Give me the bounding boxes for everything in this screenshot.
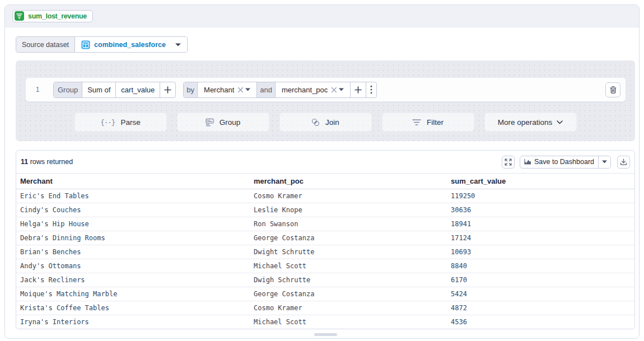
trash-icon bbox=[609, 86, 617, 94]
cell-merchant: Jack's Recliners bbox=[16, 273, 250, 287]
cell-merchant: Debra's Dinning Rooms bbox=[16, 231, 250, 245]
group-column-2-value: merchant_poc bbox=[282, 86, 328, 94]
add-group-column-button[interactable] bbox=[350, 82, 366, 97]
rows-returned-text: 11 rows returned bbox=[21, 158, 73, 166]
cell-merchant-poc: George Costanza bbox=[250, 231, 447, 245]
table-row: Brian's Benches Dwight Schrutte 10693 bbox=[16, 245, 634, 259]
more-operations-label: More operations bbox=[498, 118, 553, 127]
cell-merchant-poc: Leslie Knope bbox=[250, 203, 447, 217]
transform-panel: 1 Group Sum of cart_value by Merchant bbox=[16, 60, 635, 141]
results-header-bar: 11 rows returned bbox=[16, 151, 634, 174]
cell-merchant-poc: Dwigh Schrutte bbox=[250, 273, 447, 287]
operation-chip[interactable]: Group bbox=[54, 82, 82, 97]
cell-merchant-poc: Cosmo Kramer bbox=[250, 189, 447, 203]
cell-sum-cart-value: 10693 bbox=[447, 245, 634, 259]
cell-merchant-poc: Ron Swanson bbox=[250, 217, 447, 231]
cell-name-pill[interactable]: sum_lost_revenue bbox=[12, 10, 93, 22]
cell-merchant: Moique's Matching Marble bbox=[16, 287, 250, 301]
aggregation-column-select[interactable]: cart_value bbox=[115, 82, 160, 97]
source-dataset-label: Source dataset bbox=[16, 37, 75, 52]
more-operations-button[interactable]: More operations bbox=[484, 113, 577, 132]
cell-merchant-poc: Michael Scott bbox=[250, 315, 447, 329]
group-button[interactable]: Group bbox=[177, 113, 269, 132]
group-by-group: by Merchant and merchant_poc bbox=[183, 82, 377, 98]
close-icon[interactable] bbox=[331, 87, 337, 93]
results-table: Merchant merchant_poc sum_cart_value Eri… bbox=[16, 174, 634, 329]
save-to-dashboard-button[interactable]: Save to Dashboard bbox=[520, 156, 598, 168]
operations-toolbar: {··} Parse Group bbox=[16, 113, 635, 132]
table-row: Jack's Recliners Dwigh Schrutte 6170 bbox=[16, 273, 634, 287]
filter-lines-icon bbox=[412, 119, 421, 126]
column-header-merchant-poc[interactable]: merchant_poc bbox=[250, 174, 447, 189]
source-dataset-value: combined_salesforce bbox=[94, 41, 166, 49]
table-row: Cindy's Couches Leslie Knope 30636 bbox=[16, 203, 634, 217]
download-results-button[interactable] bbox=[617, 156, 630, 169]
save-options-caret[interactable] bbox=[598, 156, 610, 168]
join-button[interactable]: Join bbox=[279, 113, 372, 132]
step-menu-button[interactable] bbox=[366, 82, 376, 97]
save-to-dashboard-label: Save to Dashboard bbox=[534, 158, 594, 166]
cell-merchant-poc: Dwight Schrutte bbox=[250, 245, 447, 259]
parse-button[interactable]: {··} Parse bbox=[74, 113, 167, 132]
cell-sum-cart-value: 8840 bbox=[447, 259, 634, 273]
horizontal-scrollbar-thumb[interactable] bbox=[314, 333, 337, 336]
caret-down-icon[interactable] bbox=[245, 88, 250, 91]
table-row: Krista's Coffee Tables Cosmo Kramer 4872 bbox=[16, 301, 634, 315]
row-count: 11 bbox=[21, 158, 28, 166]
plus-icon bbox=[354, 86, 362, 94]
and-chip: and bbox=[256, 82, 275, 97]
group-column-1-value: Merchant bbox=[204, 86, 234, 94]
column-header-merchant[interactable]: Merchant bbox=[16, 174, 250, 189]
group-column-2-select[interactable]: merchant_poc bbox=[275, 82, 350, 97]
table-row: Moique's Matching Marble George Costanza… bbox=[16, 287, 634, 301]
expand-results-button[interactable] bbox=[502, 156, 515, 169]
filter-button[interactable]: Filter bbox=[382, 113, 474, 132]
join-circles-icon bbox=[311, 118, 320, 127]
table-row: Iryna's Interiors Michael Scott 4536 bbox=[16, 315, 634, 329]
source-dataset-control: Source dataset combined_salesforce bbox=[16, 36, 188, 53]
table-row: Andy's Ottomans Michael Scott 8840 bbox=[16, 259, 634, 273]
step-number: 1 bbox=[26, 86, 49, 94]
source-dataset-select[interactable]: combined_salesforce bbox=[75, 37, 187, 52]
cell-merchant: Helga's Hip House bbox=[16, 217, 250, 231]
cell-merchant: Brian's Benches bbox=[16, 245, 250, 259]
aggregation-select[interactable]: Sum of bbox=[82, 82, 115, 97]
braces-icon: {··} bbox=[100, 118, 115, 127]
plus-icon bbox=[164, 86, 171, 94]
cell-sum-cart-value: 17124 bbox=[447, 231, 634, 245]
download-icon bbox=[620, 158, 627, 166]
add-aggregation-button[interactable] bbox=[160, 82, 175, 97]
cell-sum-cart-value: 30636 bbox=[447, 203, 634, 217]
delete-step-button[interactable] bbox=[605, 82, 620, 97]
parse-button-label: Parse bbox=[120, 118, 140, 127]
table-row: Debra's Dinning Rooms George Costanza 17… bbox=[16, 231, 634, 245]
group-column-1-select[interactable]: Merchant bbox=[197, 82, 256, 97]
table-row: Helga's Hip House Ron Swanson 18941 bbox=[16, 217, 634, 231]
cell-sum-cart-value: 18941 bbox=[447, 217, 634, 231]
chevron-down-icon bbox=[557, 120, 563, 124]
cell-merchant-poc: George Costanza bbox=[250, 287, 447, 301]
chart-icon bbox=[524, 158, 531, 165]
kebab-menu-icon bbox=[370, 85, 372, 94]
group-button-label: Group bbox=[220, 118, 241, 127]
cell-sum-cart-value: 119250 bbox=[447, 189, 634, 203]
close-icon[interactable] bbox=[237, 87, 244, 93]
join-button-label: Join bbox=[325, 118, 339, 127]
cell-merchant: Iryna's Interiors bbox=[16, 315, 250, 329]
cell-sum-cart-value: 4536 bbox=[447, 315, 634, 329]
save-to-dashboard-split-button: Save to Dashboard bbox=[520, 156, 611, 169]
caret-down-icon[interactable] bbox=[339, 88, 344, 91]
expand-icon bbox=[505, 158, 512, 166]
cell-header: sum_lost_revenue bbox=[5, 5, 639, 27]
column-header-sum-cart-value[interactable]: sum_cart_value bbox=[447, 174, 634, 189]
cell-merchant-poc: Cosmo Kramer bbox=[250, 301, 447, 315]
cell-sum-cart-value: 5424 bbox=[447, 287, 634, 301]
row-count-suffix: rows returned bbox=[28, 158, 73, 166]
cell-merchant-poc: Michael Scott bbox=[250, 259, 447, 273]
group-rows-icon bbox=[206, 118, 214, 127]
cell-card: sum_lost_revenue Source dataset combined… bbox=[4, 4, 640, 339]
cell-merchant: Cindy's Couches bbox=[16, 203, 250, 217]
by-chip: by bbox=[184, 82, 197, 97]
cell-merchant: Andy's Ottomans bbox=[16, 259, 250, 273]
filter-button-label: Filter bbox=[427, 118, 444, 127]
